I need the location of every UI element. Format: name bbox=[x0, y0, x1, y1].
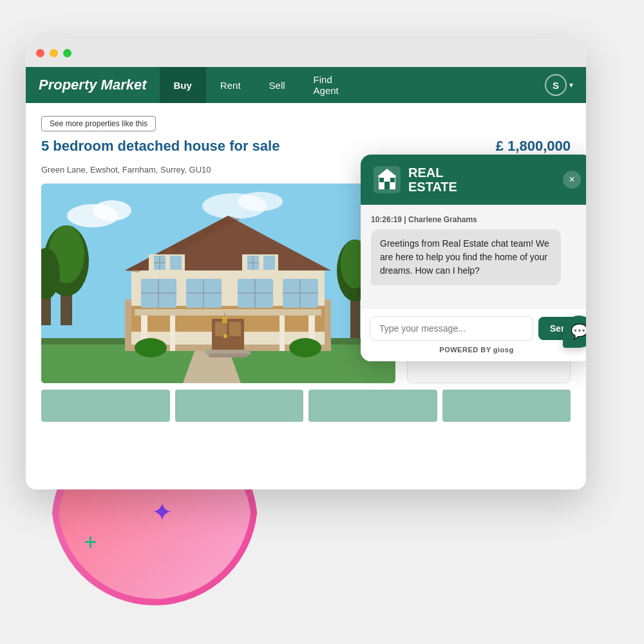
browser-window: Property Market Buy Rent Sell Find Agent… bbox=[26, 39, 586, 489]
svg-point-58 bbox=[135, 338, 167, 357]
nav-items: Buy Rent Sell Find Agent bbox=[160, 67, 353, 103]
svg-point-2 bbox=[93, 200, 131, 221]
svg-rect-23 bbox=[170, 256, 182, 270]
thumbnail-3[interactable] bbox=[308, 390, 437, 422]
house-illustration bbox=[41, 184, 395, 383]
chat-message-bubble: Greetings from Real Estate chat team! We… bbox=[371, 229, 561, 285]
nav-item-buy[interactable]: Buy bbox=[160, 67, 206, 103]
chat-logo-icon bbox=[372, 165, 402, 194]
nav-item-sell[interactable]: Sell bbox=[255, 67, 299, 103]
minimize-dot[interactable] bbox=[50, 49, 58, 57]
property-title: 5 bedroom detached house for sale bbox=[41, 138, 279, 155]
navbar: Property Market Buy Rent Sell Find Agent… bbox=[26, 67, 586, 103]
chat-side-bubble-button[interactable]: 💬 bbox=[563, 316, 586, 348]
thumbnail-4[interactable] bbox=[442, 390, 571, 422]
chat-header-logo: REAL ESTATE bbox=[372, 165, 457, 194]
nav-item-rent[interactable]: Rent bbox=[206, 67, 255, 103]
svg-rect-50 bbox=[135, 309, 321, 316]
svg-point-45 bbox=[223, 334, 227, 338]
svg-rect-27 bbox=[263, 256, 275, 270]
property-price: £ 1,800,000 bbox=[496, 138, 571, 155]
svg-rect-48 bbox=[170, 312, 175, 351]
close-dot[interactable] bbox=[36, 49, 44, 57]
thumbnail-strip bbox=[41, 390, 571, 422]
svg-rect-54 bbox=[222, 317, 227, 323]
chat-footer: Send POWERED BY giosg bbox=[361, 308, 586, 361]
svg-rect-72 bbox=[390, 178, 395, 182]
chat-message-input[interactable] bbox=[370, 316, 533, 341]
svg-point-59 bbox=[289, 338, 321, 357]
chat-body: 10:26:19 | Charlene Grahams Greetings fr… bbox=[361, 205, 586, 308]
sparkle-icon: ✦ bbox=[151, 499, 173, 525]
see-more-button[interactable]: See more properties like this bbox=[41, 116, 156, 131]
maximize-dot[interactable] bbox=[63, 49, 71, 57]
thumbnail-2[interactable] bbox=[175, 390, 304, 422]
chat-logo-text: REAL ESTATE bbox=[408, 166, 457, 194]
chat-widget: REAL ESTATE × 10:26:19 | Charlene Graham… bbox=[361, 155, 586, 361]
svg-rect-43 bbox=[215, 322, 227, 336]
chat-input-row: Send bbox=[370, 316, 583, 341]
thumbnail-1[interactable] bbox=[41, 390, 170, 422]
chat-header: REAL ESTATE × bbox=[361, 155, 586, 205]
chat-timestamp: 10:26:19 | Charlene Grahams bbox=[371, 215, 582, 224]
svg-rect-49 bbox=[279, 312, 285, 351]
plus-icon: + bbox=[84, 531, 97, 554]
svg-rect-44 bbox=[229, 322, 241, 336]
svg-rect-71 bbox=[379, 178, 384, 182]
svg-rect-52 bbox=[209, 354, 247, 357]
nav-item-find-agent[interactable]: Find Agent bbox=[299, 67, 353, 103]
property-image bbox=[41, 184, 395, 383]
svg-point-4 bbox=[238, 192, 283, 211]
svg-rect-70 bbox=[384, 182, 390, 189]
chat-close-button[interactable]: × bbox=[563, 171, 581, 189]
nav-brand[interactable]: Property Market bbox=[39, 77, 147, 93]
chevron-down-icon: ▾ bbox=[569, 80, 573, 90]
chat-bubble-icon: 💬 bbox=[571, 323, 587, 340]
avatar[interactable]: S bbox=[545, 74, 567, 96]
powered-by: POWERED BY giosg bbox=[370, 346, 583, 354]
browser-chrome bbox=[26, 39, 586, 67]
